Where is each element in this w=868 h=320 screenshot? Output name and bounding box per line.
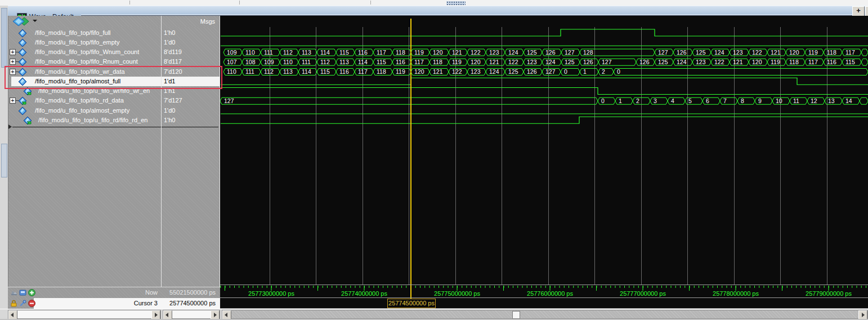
timeline-label: 25778000000 ps: [713, 290, 759, 297]
bus-value-label: 10: [776, 97, 782, 104]
bus-segment: [755, 97, 772, 104]
now-row[interactable]: Now 55021500000 ps: [8, 287, 220, 298]
signal-row[interactable]: +/fifo_mod/u_fifo_top/fifo_wr_data7'd120: [8, 67, 220, 77]
bus-value-label: 111: [264, 49, 273, 56]
bus-value-label: 117: [377, 49, 386, 56]
flag-strip-divider: [220, 297, 868, 298]
signal-name: /fifo_mod/u_fifo_top/fifo_Wnum_count: [35, 47, 139, 57]
names-scrollbar[interactable]: [8, 310, 161, 319]
bus-value-label: 126: [545, 49, 556, 56]
signal-value: 8'd117: [164, 57, 182, 66]
scroll-right-button[interactable]: [211, 310, 220, 319]
wave-scrollbar[interactable]: [222, 310, 868, 319]
bus-value-label: 109: [264, 59, 274, 65]
signal-row[interactable]: /fifo_mod/u_fifo_top/almost_empty1'd0: [8, 106, 220, 115]
panel-right-separator[interactable]: [220, 16, 220, 287]
cursor-tools-icon[interactable]: [10, 289, 17, 296]
signal-name: /fifo_mod/u_fifo_top/fifo_Rnum_count: [35, 57, 138, 66]
signal-value: 8'd119: [164, 47, 182, 57]
signal-value: 1'h1: [164, 86, 175, 96]
timeline-label: 25779000000 ps: [806, 290, 852, 297]
port-signal-icon: [24, 87, 32, 95]
timeline-label: 25777000000 ps: [620, 290, 666, 297]
bus-value-label: 8: [741, 97, 744, 104]
expand-icon[interactable]: +: [10, 59, 16, 65]
column-header: Msgs: [8, 16, 220, 28]
scroll-left-button[interactable]: [163, 310, 172, 319]
signal-row[interactable]: +/fifo_mod/u_fifo_top/fifo_rd_data7'd127: [8, 96, 220, 105]
bus-segment: [703, 97, 720, 104]
bus-value-label: 14: [845, 97, 852, 104]
bus-value-label: 125: [508, 68, 518, 75]
signal-name: /fifo_mod/u_fifo_top/almost_full: [35, 77, 120, 86]
bus-value-label: 0: [601, 97, 605, 104]
bus-value-label: 112: [264, 68, 274, 75]
expand-icon[interactable]: +: [10, 49, 16, 55]
bus-value-label: 1: [583, 68, 587, 75]
dock-button[interactable]: [865, 6, 868, 16]
signal-row[interactable]: /fifo_mod/u_fifo_top/fifo_full1'h0: [8, 28, 220, 38]
delete-cursor-icon[interactable]: [28, 300, 35, 307]
wave-scrollbar-thumb[interactable]: [512, 311, 520, 319]
bus-value-label: 125: [658, 59, 668, 65]
bus-value-label: 120: [471, 59, 481, 65]
cursor-row[interactable]: Cursor 3 25774500000 ps: [8, 298, 220, 309]
bus-value-label: 0: [617, 68, 620, 75]
port-signal-icon: [19, 97, 26, 105]
bus-value-label: 119: [808, 49, 818, 56]
msgs-scrollbar[interactable]: [163, 310, 220, 319]
wave-titlebar[interactable]: Wave - Default: [8, 6, 868, 17]
wrench-icon[interactable]: [19, 300, 26, 307]
bus-value-label: 124: [677, 59, 687, 65]
bus-value-label: 119: [452, 59, 462, 65]
signal-name: /fifo_mod/u_fifo_top/u_fifo_rd/fifo_rd_e…: [38, 115, 147, 125]
drag-grip[interactable]: [446, 1, 466, 5]
bus-value-label: 119: [396, 68, 405, 75]
lock-icon[interactable]: [10, 300, 17, 307]
bus-value-label: 118: [789, 59, 799, 65]
signal-row[interactable]: /fifo_mod/u_fifo_top/u_fifo_wr/fifo_wr_e…: [8, 86, 220, 96]
bus-value-label: 113: [283, 68, 293, 75]
scroll-left-button[interactable]: [8, 310, 17, 319]
signal-row[interactable]: /fifo_mod/u_fifo_top/fifo_empty1'd0: [8, 38, 220, 47]
signal-group-icon[interactable]: [11, 17, 32, 26]
bus-value-label: 0: [564, 68, 567, 75]
chevron-down-icon[interactable]: [33, 20, 37, 24]
signal-row[interactable]: +/fifo_mod/u_fifo_top/fifo_Wnum_count8'd…: [8, 47, 220, 57]
timeline-label: 25773000000 ps: [248, 290, 294, 297]
signal-row[interactable]: /fifo_mod/u_fifo_top/u_fifo_rd/fifo_rd_e…: [8, 115, 220, 125]
bus-value-label: 118: [377, 68, 386, 75]
expand-icon[interactable]: +: [10, 69, 16, 75]
column-separator[interactable]: [161, 16, 162, 287]
signal-value: 7'd120: [164, 67, 182, 77]
wave-cursor-icon[interactable]: [19, 289, 26, 296]
bus-value-label: 2: [636, 97, 639, 104]
timeline-label: 25776000000 ps: [527, 290, 573, 297]
bit-waveform: [221, 117, 868, 123]
bus-value-label: 124: [489, 68, 499, 75]
signal-icon: [19, 29, 26, 37]
waveform-canvas[interactable]: 1091101111121131141151161171181191201211…: [220, 16, 868, 309]
signal-row[interactable]: +/fifo_mod/u_fifo_top/fifo_Rnum_count8'd…: [8, 57, 220, 66]
bus-value-label: 118: [396, 49, 405, 56]
bus-value-label: 112: [320, 59, 330, 65]
waveform-plot[interactable]: 1091101111121131141151161171181191201211…: [220, 16, 868, 309]
signal-row[interactable]: /fifo_mod/u_fifo_top/almost_full1'd1: [8, 77, 220, 86]
bus-value-label: 1: [619, 97, 622, 104]
signal-icon: [19, 58, 26, 66]
signal-value: 1'h0: [164, 115, 175, 125]
bus-segment: [860, 97, 868, 104]
scroll-right-button[interactable]: [858, 310, 867, 319]
signal-list-panel[interactable]: /fifo_mod/u_fifo_top/fifo_full1'h0/fifo_…: [8, 27, 220, 287]
signal-name: /fifo_mod/u_fifo_top/fifo_full: [35, 28, 111, 38]
bus-value-label: 127: [565, 49, 575, 56]
expand-pane-button[interactable]: +: [852, 6, 865, 16]
scroll-right-button[interactable]: [151, 310, 160, 319]
expand-icon[interactable]: +: [10, 97, 16, 104]
add-cursor-icon[interactable]: [28, 289, 35, 296]
cursor-label: Cursor 3: [134, 298, 158, 309]
bus-value-label: 120: [789, 49, 799, 56]
bus-value-label: 111: [245, 68, 254, 75]
scroll-left-button[interactable]: [222, 310, 231, 319]
cursor-time-flag[interactable]: 25774500000 ps: [387, 299, 436, 308]
